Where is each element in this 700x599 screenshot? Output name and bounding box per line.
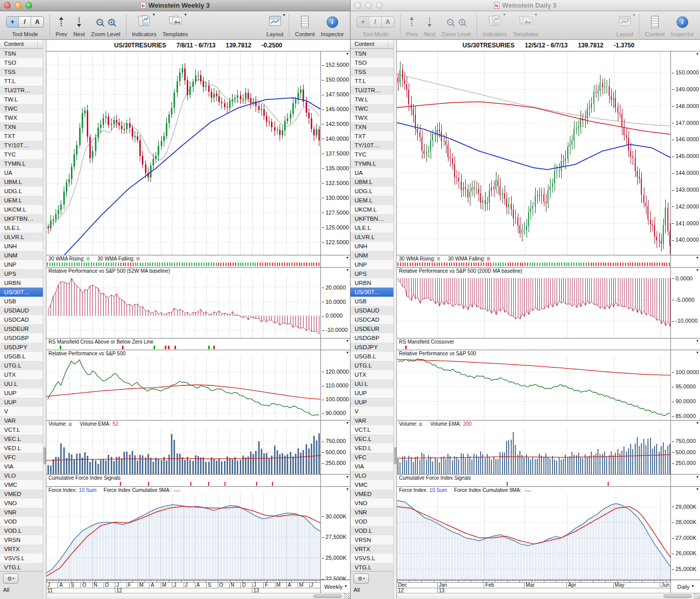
volume-chart[interactable] [46,428,320,474]
sidebar-item-vno[interactable]: VNO [0,499,43,508]
sidebar-item-usdeur[interactable]: USDEUR [0,324,43,333]
sidebar-item-vec-l[interactable]: VEC.L [351,434,393,444]
sidebar-item-unp[interactable]: UNP [0,260,43,269]
axis-menu-button[interactable]: ▾ [696,421,698,426]
horizontal-scrollbar-thumb[interactable] [313,594,342,598]
sidebar-item-tyc[interactable]: TYC [0,150,43,159]
sidebar-item-ups[interactable]: UPS [0,269,43,278]
sidebar-item-unp[interactable]: UNP [351,260,393,269]
sidebar-item-vrtx[interactable]: VRTX [0,544,43,554]
tool-text-button[interactable]: A [31,17,43,27]
sidebar-item-ubm-l[interactable]: UBM.L [0,177,43,187]
sidebar-item-v[interactable]: V [351,407,393,416]
sidebar-item-uu-l[interactable]: UU.L [0,379,43,388]
inspector-button[interactable]: i Inspector [671,13,694,38]
sidebar-item-uup[interactable]: UUP [0,388,43,398]
inspector-button[interactable]: i Inspector [321,13,344,38]
sidebar-header[interactable]: Content [351,40,393,49]
sidebar-item-tu-2tr-[interactable]: TU/2TR… [0,86,43,95]
filter-all-label[interactable]: All [354,587,393,593]
resize-grip[interactable] [694,593,700,599]
sidebar-item-twc[interactable]: TWC [351,104,393,113]
axis-menu-button[interactable]: ▾ [696,350,698,355]
sidebar-item-udg-l[interactable]: UDG.L [351,187,393,196]
axis-menu-button[interactable]: ▾ [696,475,698,480]
price-chart[interactable] [46,51,320,255]
sidebar-item-vmed[interactable]: VMED [0,489,43,499]
axis-menu-button[interactable]: ▾ [346,255,348,261]
sidebar-item-uem-l[interactable]: UEM.L [351,196,393,205]
zoom-out-icon[interactable]: − [96,19,103,25]
sidebar-item-tw-l[interactable]: TW.L [0,95,43,104]
sidebar-item-txt[interactable]: TXT [0,132,43,141]
sidebar-item-tt-l[interactable]: TT.L [0,76,43,86]
sidebar-item-uu-l[interactable]: UU.L [351,379,393,388]
timeframe-selector[interactable]: Daily ▾ [670,580,700,593]
sidebar-item-tymn-l[interactable]: TYMN.L [351,159,393,168]
sidebar-item-unh[interactable]: UNH [351,242,393,251]
cfi-signals[interactable] [397,481,671,486]
content-button[interactable]: Content [295,13,315,38]
prev-button[interactable]: Prev [56,13,67,38]
relative-performance-hist-chart[interactable] [397,275,671,338]
sidebar-item-vod[interactable]: VOD [351,517,393,526]
sidebar-item-via[interactable]: VIA [0,462,43,471]
sidebar-item-vfc[interactable]: VFC [351,453,393,462]
sidebar-item-vrsn[interactable]: VRSN [351,535,393,544]
sidebar-item-usb[interactable]: USB [0,297,43,306]
zoom-out-icon[interactable]: − [447,19,454,25]
close-button[interactable] [355,2,361,9]
sidebar-item-vnr[interactable]: VNR [351,508,393,517]
axis-menu-button[interactable]: ▾ [346,268,348,273]
sidebar-header[interactable]: Content [0,40,43,49]
sidebar-item-vrsn[interactable]: VRSN [0,535,43,544]
axis-menu-button[interactable]: ▾ [346,51,348,57]
timeframe-selector[interactable]: Weekly ▾ [320,580,350,593]
indicators-button[interactable]: ▾ Indicators [132,13,157,38]
sidebar-item-vsvs-l[interactable]: VSVS.L [351,554,393,563]
sidebar-item-ulvr-l[interactable]: ULVR.L [351,232,393,242]
minimize-button[interactable] [365,2,372,9]
sidebar-item-ukftbn-[interactable]: UKFTBN… [0,214,43,223]
resize-grip[interactable] [344,593,350,599]
sidebar-item-ule-l[interactable]: ULE.L [0,223,43,232]
force-index-chart[interactable] [46,494,320,580]
sidebar-item-tso[interactable]: TSO [351,58,393,67]
sidebar-item-usgb-l[interactable]: USGB.L [0,352,43,361]
sidebar-item-vod-l[interactable]: VOD.L [0,526,43,535]
sidebar-item-vmed[interactable]: VMED [351,489,393,499]
sidebar-item-usdgbp[interactable]: USDGBP [0,333,43,343]
sidebar-item-ukcm-l[interactable]: UKCM.L [0,205,43,214]
tool-line-button[interactable]: / [19,17,31,27]
filter-all-label[interactable]: All [3,587,43,593]
tool-text-button[interactable]: A [382,17,394,27]
horizontal-scrollbar[interactable] [46,593,350,599]
sidebar-item-usdaud[interactable]: USDAUD [0,306,43,315]
sidebar-item-usdcad[interactable]: USDCAD [0,315,43,324]
tool-crosshair-button[interactable]: + [357,17,369,27]
sidebar-item-vct-l[interactable]: VCT.L [0,425,43,434]
axis-menu-button[interactable]: ▾ [346,475,348,480]
axis-menu-button[interactable]: ▾ [696,255,698,261]
axis-menu-button[interactable]: ▾ [696,338,698,344]
tool-line-button[interactable]: / [369,17,382,27]
layout-button[interactable]: ▾ Layout [266,13,283,38]
volume-chart[interactable] [397,428,671,474]
sidebar-item-usdeur[interactable]: USDEUR [351,324,393,333]
gear-menu-button[interactable]: ⚙ ▾ [3,574,18,584]
sidebar-item-udg-l[interactable]: UDG.L [0,187,43,196]
sidebar-item-tt-l[interactable]: TT.L [351,76,393,86]
axis-menu-button[interactable]: ▾ [346,350,348,355]
sidebar-item-ulvr-l[interactable]: ULVR.L [0,232,43,242]
templates-button[interactable]: ▾ Templates [162,13,188,38]
close-button[interactable] [4,2,11,9]
sidebar-item-usdcad[interactable]: USDCAD [351,315,393,324]
sidebar-item-tsn[interactable]: TSN [351,49,393,58]
sidebar-scrollbar-thumb[interactable] [394,447,396,464]
zoom-in-icon[interactable]: + [108,19,115,25]
sidebar-item-var[interactable]: VAR [351,416,393,425]
sidebar-item-twc[interactable]: TWC [0,104,43,113]
sidebar-item-usdjpy[interactable]: USDJPY [351,343,393,352]
sidebar-item-uem-l[interactable]: UEM.L [0,196,43,205]
rs-mansfield-signals[interactable] [46,345,320,350]
